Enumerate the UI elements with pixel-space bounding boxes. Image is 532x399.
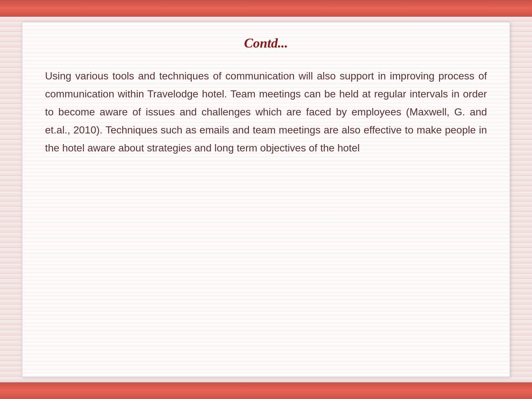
top-accent-bar <box>0 0 532 17</box>
main-card: Contd... Using various tools and techniq… <box>22 22 510 377</box>
slide-title: Contd... <box>244 35 288 51</box>
slide-body-text: Using various tools and techniques of co… <box>45 67 487 157</box>
bottom-accent-bar <box>0 382 532 399</box>
